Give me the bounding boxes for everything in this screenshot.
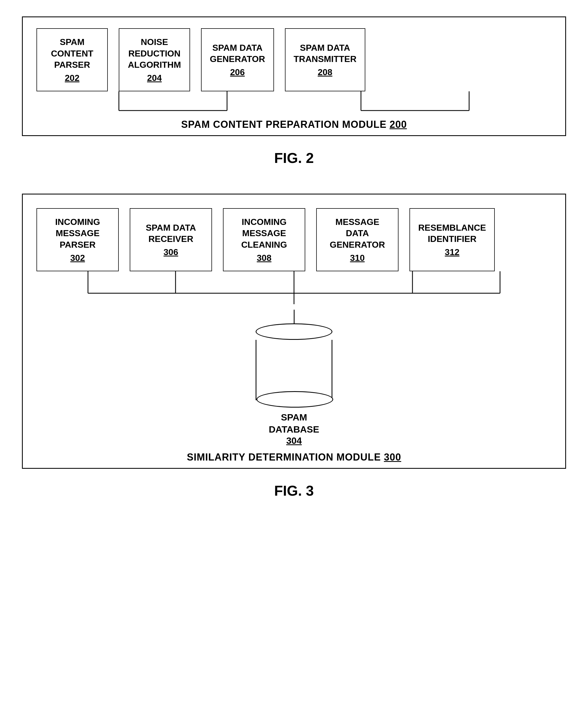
- module-308: INCOMINGMESSAGECLEANING 308: [223, 208, 305, 271]
- db-vertical-line: [294, 310, 295, 323]
- module-312-number: 312: [445, 247, 459, 257]
- module-208-number: 208: [318, 67, 332, 77]
- module-302-number: 302: [70, 253, 85, 263]
- module-204-number: 204: [147, 73, 162, 83]
- fig3-section: INCOMINGMESSAGEPARSER 302 SPAM DATARECEI…: [22, 194, 566, 499]
- fig2-modules-row: SPAMCONTENTPARSER 202 NOISEREDUCTIONALGO…: [37, 28, 551, 91]
- module-306-number: 306: [164, 247, 178, 257]
- db-body: [256, 340, 332, 400]
- module-306-title: SPAM DATARECEIVER: [146, 222, 196, 245]
- module-208-title: SPAM DATATRANSMITTER: [294, 42, 357, 65]
- module-302-title: INCOMINGMESSAGEPARSER: [55, 216, 100, 251]
- fig3-label: FIG. 3: [274, 483, 314, 499]
- module-204-title: NOISEREDUCTIONALGORITHM: [128, 37, 181, 71]
- main-container: SPAMCONTENTPARSER 202 NOISEREDUCTIONALGO…: [22, 17, 566, 499]
- module-202-title: SPAMCONTENTPARSER: [51, 37, 93, 71]
- db-top-ellipse: [256, 323, 332, 340]
- module-202: SPAMCONTENTPARSER 202: [37, 28, 108, 91]
- fig3-connector-svg: [37, 271, 551, 304]
- fig2-section: SPAMCONTENTPARSER 202 NOISEREDUCTIONALGO…: [22, 17, 566, 166]
- database-cylinder: [256, 323, 332, 400]
- module-308-number: 308: [257, 253, 271, 263]
- module-202-number: 202: [65, 73, 79, 83]
- fig3-modules-row: INCOMINGMESSAGEPARSER 302 SPAM DATARECEI…: [37, 208, 551, 271]
- module-206: SPAM DATAGENERATOR 206: [201, 28, 274, 91]
- db-label: SPAMDATABASE 304: [269, 411, 319, 446]
- module-204: NOISEREDUCTIONALGORITHM 204: [119, 28, 190, 91]
- module-312: RESEMBLANCEIDENTIFIER 312: [410, 208, 495, 271]
- module-206-number: 206: [230, 67, 245, 77]
- fig2-outer-box: SPAMCONTENTPARSER 202 NOISEREDUCTIONALGO…: [22, 17, 566, 136]
- fig3-connectors: [37, 271, 551, 304]
- fig2-label: FIG. 2: [274, 150, 314, 166]
- db-number: 304: [286, 435, 302, 446]
- db-title: SPAMDATABASE: [269, 411, 319, 435]
- module-310-title: MESSAGEDATAGENERATOR: [330, 216, 385, 251]
- fig2-connector-svg: [37, 91, 551, 119]
- module-302: INCOMINGMESSAGEPARSER 302: [37, 208, 119, 271]
- module-308-title: INCOMINGMESSAGECLEANING: [241, 216, 287, 251]
- fig3-outer-box: INCOMINGMESSAGEPARSER 302 SPAM DATARECEI…: [22, 194, 566, 469]
- module-310-number: 310: [350, 253, 364, 263]
- fig2-outer-label: SPAM CONTENT PREPARATION MODULE 200: [181, 119, 407, 130]
- fig2-connectors: [37, 91, 551, 119]
- module-312-title: RESEMBLANCEIDENTIFIER: [418, 222, 486, 245]
- module-206-title: SPAM DATAGENERATOR: [210, 42, 265, 65]
- module-208: SPAM DATATRANSMITTER 208: [285, 28, 365, 91]
- module-306: SPAM DATARECEIVER 306: [130, 208, 212, 271]
- db-bottom-ellipse: [256, 391, 333, 407]
- fig3-outer-label: SIMILARITY DETERMINATION MODULE 300: [187, 451, 401, 463]
- module-310: MESSAGEDATAGENERATOR 310: [316, 208, 398, 271]
- database-container: SPAMDATABASE 304: [37, 310, 551, 446]
